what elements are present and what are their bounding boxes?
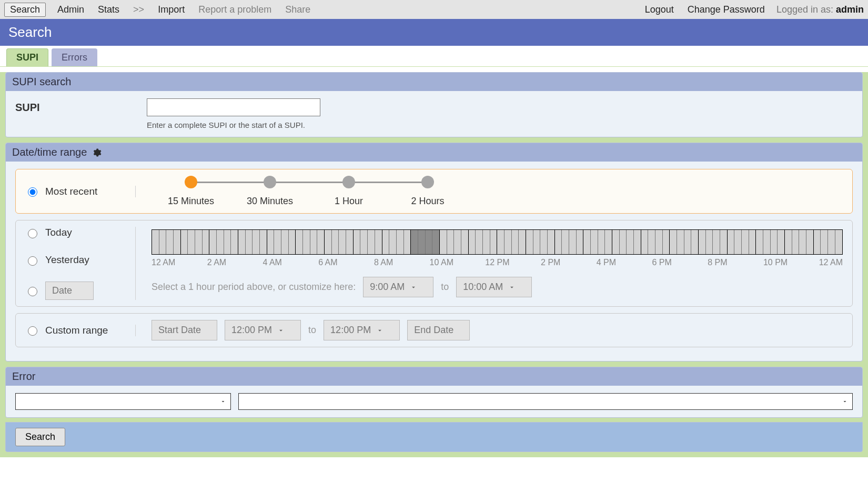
slider-dot-15min[interactable]: [185, 176, 197, 188]
timeline-slot[interactable]: [504, 230, 512, 254]
timeline-slot[interactable]: [152, 230, 159, 254]
timeline-slot[interactable]: [728, 230, 735, 254]
timeline-slot[interactable]: [203, 230, 210, 254]
timeline-slot[interactable]: [598, 230, 605, 254]
timeline-slot[interactable]: [763, 230, 771, 254]
tab-supi[interactable]: SUPI: [6, 48, 48, 66]
search-button[interactable]: Search: [15, 428, 65, 446]
timeline[interactable]: [152, 229, 843, 255]
timeline-slot[interactable]: [490, 230, 498, 254]
timeline-slot[interactable]: [217, 230, 224, 254]
radio-yesterday[interactable]: Yesterday: [25, 254, 125, 266]
timeline-slot[interactable]: [699, 230, 706, 254]
timeline-slot[interactable]: [339, 230, 346, 254]
timeline-slot[interactable]: [483, 230, 490, 254]
custom-start-date[interactable]: Start Date: [152, 320, 217, 340]
supi-input[interactable]: [147, 98, 320, 116]
timeline-slot[interactable]: [224, 230, 231, 254]
timeline-slot[interactable]: [166, 230, 174, 254]
timeline-slot[interactable]: [188, 230, 195, 254]
radio-yesterday-input[interactable]: [28, 256, 37, 266]
timeline-slot[interactable]: [756, 230, 763, 254]
timeline-slot[interactable]: [569, 230, 577, 254]
timeline-slot[interactable]: [360, 230, 368, 254]
timeline-slot[interactable]: [713, 230, 720, 254]
timeline-slot[interactable]: [440, 230, 447, 254]
timeline-slot[interactable]: [799, 230, 806, 254]
error-select-2[interactable]: [238, 393, 853, 410]
timeline-slot[interactable]: [562, 230, 569, 254]
timeline-slot[interactable]: [332, 230, 339, 254]
timeline-slot[interactable]: [310, 230, 318, 254]
timeline-slot[interactable]: [670, 230, 677, 254]
timeline-slot[interactable]: [411, 230, 418, 254]
timeline-slot[interactable]: [684, 230, 692, 254]
timeline-slot[interactable]: [742, 230, 749, 254]
radio-date[interactable]: Date: [25, 282, 125, 300]
timeline-slot[interactable]: [648, 230, 655, 254]
timeline-slot[interactable]: [397, 230, 404, 254]
timeline-slot[interactable]: [317, 230, 325, 254]
timeline-slot[interactable]: [447, 230, 455, 254]
radio-today-input[interactable]: [28, 229, 37, 238]
gear-icon[interactable]: [92, 148, 102, 157]
timeline-slot[interactable]: [246, 230, 253, 254]
timeline-slot[interactable]: [296, 230, 303, 254]
timeline-slot[interactable]: [231, 230, 238, 254]
tab-errors[interactable]: Errors: [52, 48, 97, 66]
timeline-slot[interactable]: [612, 230, 620, 254]
timeline-slot[interactable]: [238, 230, 246, 254]
timeline-slot[interactable]: [627, 230, 634, 254]
timeline-slot[interactable]: [432, 230, 440, 254]
timeline-slot[interactable]: [303, 230, 310, 254]
timeline-slot[interactable]: [426, 230, 433, 254]
timeline-slot[interactable]: [540, 230, 548, 254]
timeline-slot[interactable]: [720, 230, 728, 254]
radio-custom-range[interactable]: Custom range: [25, 325, 125, 336]
timeline-slot[interactable]: [195, 230, 203, 254]
timeline-slot[interactable]: [792, 230, 800, 254]
timeline-slot[interactable]: [476, 230, 483, 254]
timeline-slot[interactable]: [577, 230, 584, 254]
timeline-slot[interactable]: [418, 230, 426, 254]
timeline-slot[interactable]: [260, 230, 267, 254]
timeline-slot[interactable]: [591, 230, 598, 254]
slider-dot-2hr[interactable]: [421, 176, 434, 188]
radio-most-recent-input[interactable]: [28, 187, 37, 197]
timeline-slot[interactable]: [281, 230, 289, 254]
timeline-slot[interactable]: [159, 230, 167, 254]
timeline-slot[interactable]: [555, 230, 562, 254]
timeline-slot[interactable]: [389, 230, 397, 254]
timeline-slot[interactable]: [548, 230, 555, 254]
timeline-slot[interactable]: [497, 230, 504, 254]
slider-dot-1hr[interactable]: [342, 176, 355, 188]
most-recent-slider[interactable]: 15 Minutes 30 Minutes 1 Hour: [152, 176, 843, 207]
timeline-slot[interactable]: [461, 230, 469, 254]
menu-change-password[interactable]: Change Password: [685, 3, 767, 16]
timeline-slot[interactable]: [828, 230, 835, 254]
timeline-slot[interactable]: [778, 230, 785, 254]
menu-import[interactable]: Import: [156, 3, 187, 16]
custom-start-time[interactable]: 12:00 PM: [225, 320, 301, 340]
timeline-slot[interactable]: [274, 230, 281, 254]
timeline-slot[interactable]: [512, 230, 519, 254]
radio-today[interactable]: Today: [25, 227, 125, 238]
timeline-slot[interactable]: [253, 230, 260, 254]
timeline-slot[interactable]: [605, 230, 612, 254]
timeline-slot[interactable]: [583, 230, 591, 254]
custom-end-date[interactable]: End Date: [407, 320, 470, 340]
radio-date-input[interactable]: [28, 287, 37, 296]
radio-most-recent[interactable]: Most recent: [25, 186, 125, 197]
timeline-slot[interactable]: [734, 230, 742, 254]
timeline-slot[interactable]: [526, 230, 533, 254]
timeline-slot[interactable]: [469, 230, 476, 254]
menu-logout[interactable]: Logout: [643, 3, 676, 16]
timeline-slot[interactable]: [749, 230, 756, 254]
timeline-slot[interactable]: [620, 230, 627, 254]
day-start-time-select[interactable]: 9:00 AM: [363, 277, 433, 297]
menu-admin[interactable]: Admin: [55, 3, 86, 16]
timeline-slot[interactable]: [267, 230, 275, 254]
timeline-slot[interactable]: [289, 230, 296, 254]
date-picker[interactable]: Date: [45, 282, 94, 300]
timeline-slot[interactable]: [325, 230, 332, 254]
